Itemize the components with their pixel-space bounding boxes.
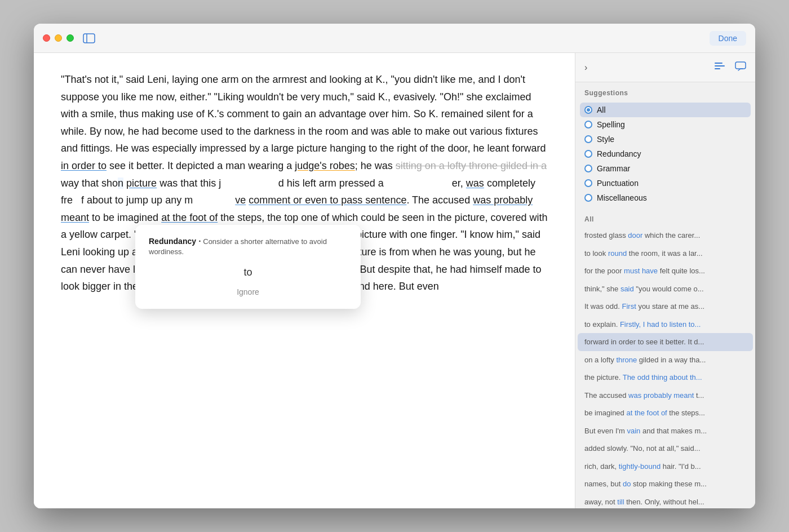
suggestion-item-3[interactable]: for the poor must have felt quite los... [578, 262, 753, 280]
tooltip-header: Redundancy · Consider a shorter alternat… [149, 236, 347, 256]
minimize-button[interactable] [55, 34, 62, 42]
suggestion-item-11[interactable]: be imagined at the foot of the steps... [578, 404, 753, 422]
filter-label-all: All [597, 105, 606, 114]
radio-style [584, 135, 592, 143]
suggestion-item-8[interactable]: on a lofty throne gilded in a way tha... [578, 351, 753, 369]
filter-item-punctuation[interactable]: Punctuation [580, 176, 751, 190]
suggestion-item-14[interactable]: rich, dark, tightly-bound hair. "I'd b..… [578, 458, 753, 476]
app-window: Done "That's not it," said Leni, laying … [34, 24, 755, 508]
highlighted-phrase-judges-robes: judge's robes [295, 160, 355, 171]
done-button[interactable]: Done [710, 31, 746, 46]
suggestion-link-12[interactable]: vain [627, 427, 640, 435]
svg-rect-0 [83, 34, 95, 43]
sidebar-header-icons [713, 61, 746, 74]
suggestion-item-10[interactable]: The accused was probably meant t... [578, 387, 753, 405]
suggestion-item-16[interactable]: away, not till then. Only, without hel..… [578, 493, 753, 509]
radio-miscellaneous [584, 194, 592, 202]
suggestion-link-2[interactable]: round [608, 249, 627, 258]
suggestion-item-2[interactable]: to look round the room, it was a lar... [578, 245, 753, 263]
suggestion-item-9[interactable]: the picture. The odd thing about th... [578, 369, 753, 387]
traffic-lights [43, 34, 74, 42]
highlighted-at-the-foot-of: at the foot of [161, 212, 218, 223]
chevron-right-icon[interactable]: › [584, 63, 587, 73]
filter-item-spelling[interactable]: Spelling [580, 117, 751, 132]
comment-icon[interactable] [735, 61, 746, 74]
suggestion-item-15[interactable]: names, but do stop making these m... [578, 475, 753, 493]
filter-list: All Spelling Style Redundancy Grammar [575, 100, 755, 210]
suggestion-item-6[interactable]: to explain. Firstly, I had to listen to.… [578, 316, 753, 334]
title-bar: Done [34, 24, 755, 53]
suggestion-link-15[interactable]: do [623, 480, 631, 488]
suggestion-item-1[interactable]: frosted glass door which the carer... [578, 227, 753, 245]
list-icon[interactable] [713, 61, 726, 74]
suggestion-item-5[interactable]: It was odd. First you stare at me as... [578, 298, 753, 316]
suggestion-item-12[interactable]: But even I'm vain and that makes m... [578, 422, 753, 440]
sidebar-toggle-button[interactable] [83, 33, 95, 43]
suggestion-link-5[interactable]: First [622, 302, 636, 311]
highlighted-was: was [466, 178, 484, 189]
suggestion-link-11[interactable]: at the foot of [626, 409, 667, 417]
filter-label-punctuation: Punctuation [597, 179, 639, 188]
sidebar: › [575, 53, 755, 508]
close-button[interactable] [43, 34, 50, 42]
suggestion-link-14[interactable]: tightly-bound [619, 462, 661, 471]
tooltip-type: Redundancy [149, 237, 196, 246]
main-content: "That's not it," said Leni, laying one a… [34, 53, 755, 508]
radio-all [584, 106, 592, 114]
suggestion-link-8[interactable]: throne [616, 356, 637, 364]
filter-label-grammar: Grammar [597, 164, 630, 173]
radio-spelling [584, 121, 592, 128]
filter-item-all[interactable]: All [580, 103, 751, 117]
filter-item-miscellaneous[interactable]: Miscellaneous [580, 190, 751, 205]
suggestion-item-7[interactable]: forward in order to see it better. It d.… [578, 333, 753, 351]
suggestion-link-6[interactable]: Firstly, I had to listen to... [620, 320, 701, 329]
radio-redundancy [584, 150, 592, 158]
highlighted-comment: comment or even to pass sentence [249, 194, 406, 206]
radio-grammar [584, 165, 592, 172]
filter-item-grammar[interactable]: Grammar [580, 161, 751, 176]
filter-label-style: Style [597, 135, 614, 144]
maximize-button[interactable] [67, 34, 74, 42]
highlighted-ve: ve [235, 194, 246, 206]
svg-rect-2 [715, 63, 722, 64]
suggestion-link-16[interactable]: till [617, 498, 624, 506]
sidebar-header: › [575, 53, 755, 82]
suggestion-link-10[interactable]: was probably meant [628, 391, 694, 400]
highlighted-picture: picture [126, 178, 157, 189]
filter-item-redundancy[interactable]: Redundancy [580, 147, 751, 161]
all-section-label: All [575, 210, 755, 227]
tooltip-ignore-button[interactable]: Ignore [149, 284, 347, 300]
suggestions-heading: Suggestions [575, 82, 755, 100]
filter-label-miscellaneous: Miscellaneous [597, 193, 647, 202]
svg-rect-4 [715, 68, 720, 69]
filter-item-style[interactable]: Style [580, 132, 751, 147]
redundancy-tooltip: Redundancy · Consider a shorter alternat… [135, 225, 361, 309]
highlighted-phrase-in-order-to: in order to [61, 160, 107, 171]
svg-rect-5 [735, 62, 746, 69]
suggestion-link-4[interactable]: said [620, 285, 634, 293]
tooltip-suggestion-text[interactable]: to [149, 267, 347, 278]
radio-punctuation [584, 179, 592, 187]
svg-rect-3 [715, 65, 725, 66]
text-area[interactable]: "That's not it," said Leni, laying one a… [34, 53, 575, 508]
filter-label-redundancy: Redundancy [597, 149, 641, 158]
suggestions-list: frosted glass door which the carer... to… [575, 227, 755, 508]
filter-label-spelling: Spelling [597, 120, 625, 129]
suggestion-link-3[interactable]: must have [624, 267, 658, 275]
suggestion-link-1[interactable]: door [628, 231, 642, 240]
suggestion-item-13[interactable]: added slowly. "No, not at all," said... [578, 440, 753, 458]
suggestion-link-9[interactable]: The odd thing about th... [623, 373, 702, 382]
suggestion-item-4[interactable]: think," she said "you would come o... [578, 280, 753, 298]
